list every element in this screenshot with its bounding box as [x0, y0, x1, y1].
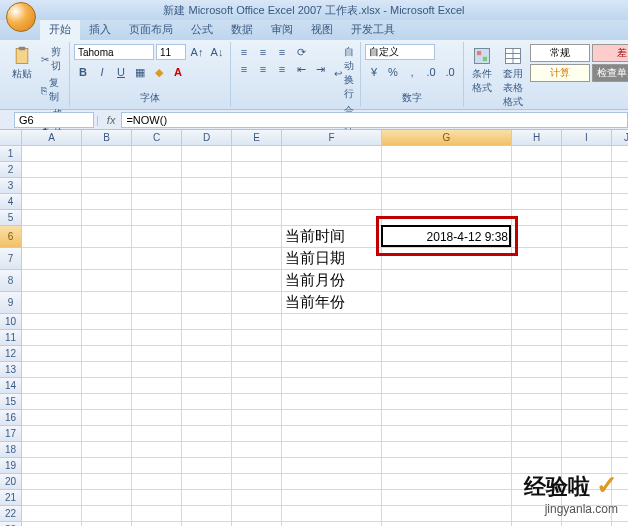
row-header-3[interactable]: 3 — [0, 178, 22, 194]
cell-A5[interactable] — [22, 210, 82, 226]
orientation-icon[interactable]: ⟳ — [292, 44, 310, 60]
cell-B15[interactable] — [82, 394, 132, 410]
align-bottom-icon[interactable]: ≡ — [273, 44, 291, 60]
cell-D16[interactable] — [182, 410, 232, 426]
cell-G9[interactable] — [382, 292, 512, 314]
indent-inc-icon[interactable]: ⇥ — [311, 61, 329, 77]
cell-A3[interactable] — [22, 178, 82, 194]
cell-G20[interactable] — [382, 474, 512, 490]
cell-J4[interactable] — [612, 194, 628, 210]
cell-I3[interactable] — [562, 178, 612, 194]
cell-I2[interactable] — [562, 162, 612, 178]
col-header-F[interactable]: F — [282, 130, 382, 146]
underline-icon[interactable]: U — [112, 64, 130, 80]
cell-F9[interactable]: 当前年份 — [282, 292, 382, 314]
office-button[interactable] — [6, 2, 36, 32]
wrap-text-button[interactable]: ↩自动换行 — [332, 44, 356, 102]
cell-B8[interactable] — [82, 270, 132, 292]
cell-A18[interactable] — [22, 442, 82, 458]
cell-D6[interactable] — [182, 226, 232, 248]
name-box[interactable]: G6 — [14, 112, 94, 128]
row-header-11[interactable]: 11 — [0, 330, 22, 346]
row-header-14[interactable]: 14 — [0, 378, 22, 394]
cell-B5[interactable] — [82, 210, 132, 226]
cell-C14[interactable] — [132, 378, 182, 394]
cell-B22[interactable] — [82, 506, 132, 522]
cell-G21[interactable] — [382, 490, 512, 506]
cell-A4[interactable] — [22, 194, 82, 210]
cell-D4[interactable] — [182, 194, 232, 210]
conditional-format-button[interactable]: 条件格式 — [468, 44, 496, 97]
cell-D5[interactable] — [182, 210, 232, 226]
tab-视图[interactable]: 视图 — [302, 19, 342, 40]
increase-font-icon[interactable]: A↑ — [188, 44, 206, 60]
row-header-23[interactable]: 23 — [0, 522, 22, 526]
col-header-J[interactable]: J — [612, 130, 628, 146]
decrease-font-icon[interactable]: A↓ — [208, 44, 226, 60]
tab-页面布局[interactable]: 页面布局 — [120, 19, 182, 40]
cell-B21[interactable] — [82, 490, 132, 506]
cell-I16[interactable] — [562, 410, 612, 426]
cell-E11[interactable] — [232, 330, 282, 346]
cell-A23[interactable] — [22, 522, 82, 526]
cell-C3[interactable] — [132, 178, 182, 194]
cell-C7[interactable] — [132, 248, 182, 270]
cell-E8[interactable] — [232, 270, 282, 292]
cell-C23[interactable] — [132, 522, 182, 526]
select-all-corner[interactable] — [0, 130, 22, 146]
cell-A10[interactable] — [22, 314, 82, 330]
cell-F18[interactable] — [282, 442, 382, 458]
paste-button[interactable]: 粘贴 — [8, 44, 36, 83]
style-calc[interactable]: 计算 — [530, 64, 590, 82]
cell-A20[interactable] — [22, 474, 82, 490]
cell-D14[interactable] — [182, 378, 232, 394]
cell-H17[interactable] — [512, 426, 562, 442]
cell-F21[interactable] — [282, 490, 382, 506]
row-header-4[interactable]: 4 — [0, 194, 22, 210]
col-header-C[interactable]: C — [132, 130, 182, 146]
cell-J1[interactable] — [612, 146, 628, 162]
cell-E23[interactable] — [232, 522, 282, 526]
cell-J2[interactable] — [612, 162, 628, 178]
cell-C2[interactable] — [132, 162, 182, 178]
cell-G19[interactable] — [382, 458, 512, 474]
cell-D22[interactable] — [182, 506, 232, 522]
cell-G6[interactable]: 2018-4-12 9:38 — [382, 226, 512, 248]
cell-B3[interactable] — [82, 178, 132, 194]
cell-C10[interactable] — [132, 314, 182, 330]
cell-A13[interactable] — [22, 362, 82, 378]
cell-E18[interactable] — [232, 442, 282, 458]
cut-button[interactable]: ✂剪切 — [39, 44, 65, 74]
cell-B16[interactable] — [82, 410, 132, 426]
row-header-12[interactable]: 12 — [0, 346, 22, 362]
cell-H14[interactable] — [512, 378, 562, 394]
cell-J3[interactable] — [612, 178, 628, 194]
currency-icon[interactable]: ¥ — [365, 64, 383, 80]
italic-icon[interactable]: I — [93, 64, 111, 80]
bold-icon[interactable]: B — [74, 64, 92, 80]
cell-I17[interactable] — [562, 426, 612, 442]
cell-D20[interactable] — [182, 474, 232, 490]
cell-C11[interactable] — [132, 330, 182, 346]
col-header-E[interactable]: E — [232, 130, 282, 146]
cell-J12[interactable] — [612, 346, 628, 362]
cell-F23[interactable] — [282, 522, 382, 526]
cell-D15[interactable] — [182, 394, 232, 410]
increase-decimal-icon[interactable]: .0 — [422, 64, 440, 80]
cell-C18[interactable] — [132, 442, 182, 458]
cell-J13[interactable] — [612, 362, 628, 378]
cell-C4[interactable] — [132, 194, 182, 210]
cell-D8[interactable] — [182, 270, 232, 292]
cell-D21[interactable] — [182, 490, 232, 506]
cell-E2[interactable] — [232, 162, 282, 178]
cell-F16[interactable] — [282, 410, 382, 426]
cell-A6[interactable] — [22, 226, 82, 248]
cell-I6[interactable] — [562, 226, 612, 248]
cell-E22[interactable] — [232, 506, 282, 522]
cell-C22[interactable] — [132, 506, 182, 522]
col-header-A[interactable]: A — [22, 130, 82, 146]
cell-H9[interactable] — [512, 292, 562, 314]
row-header-20[interactable]: 20 — [0, 474, 22, 490]
row-header-10[interactable]: 10 — [0, 314, 22, 330]
cell-C13[interactable] — [132, 362, 182, 378]
